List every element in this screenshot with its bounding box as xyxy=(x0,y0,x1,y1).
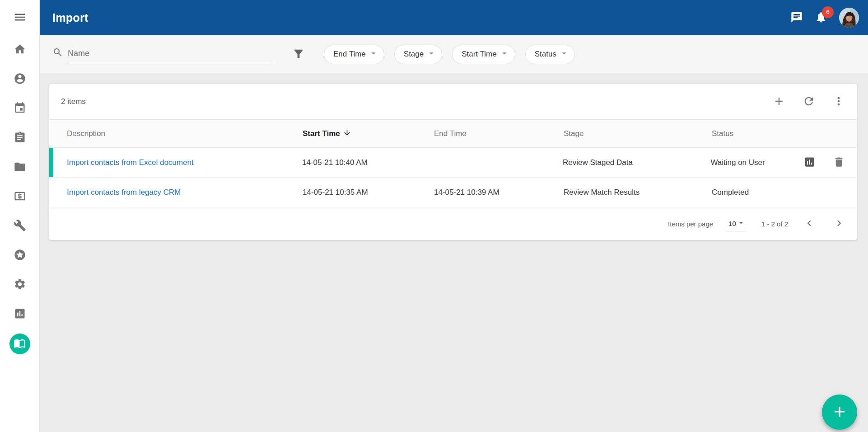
column-header-status[interactable]: Status xyxy=(712,129,805,138)
filter-chip-end-time[interactable]: End Time xyxy=(324,45,384,64)
top-app-bar: Import 6 xyxy=(40,0,868,35)
add-item-button[interactable] xyxy=(773,95,785,109)
chip-label: Stage xyxy=(404,50,424,59)
page-size-select[interactable]: 10 xyxy=(726,216,746,231)
chevron-down-icon xyxy=(736,218,746,229)
sidebar-item-favorites[interactable] xyxy=(0,241,40,270)
cell-stage: Review Match Results xyxy=(564,188,712,197)
calendar-icon xyxy=(14,102,26,116)
notifications-button[interactable]: 6 xyxy=(815,11,827,25)
sidebar-item-import-active[interactable] xyxy=(0,329,40,358)
column-header-end-time[interactable]: End Time xyxy=(434,129,564,138)
cell-status: Waiting on User xyxy=(710,158,803,167)
filter-chips: End Time Stage Start Time Status xyxy=(324,45,575,64)
table-row[interactable]: Import contacts from Excel document 14-0… xyxy=(49,148,857,178)
trash-icon xyxy=(833,156,845,169)
search-field xyxy=(52,45,273,63)
chevron-down-icon xyxy=(369,48,378,61)
menu-icon xyxy=(13,10,27,25)
paginator: Items per page 10 1 - 2 of 2 xyxy=(49,207,857,240)
filter-bar: End Time Stage Start Time Status xyxy=(40,35,868,73)
items-count: 2 items xyxy=(61,97,86,106)
import-contacts-icon xyxy=(14,337,26,351)
cell-actions xyxy=(803,156,857,169)
sidebar-item-calendar[interactable] xyxy=(0,94,40,123)
column-header-start-time[interactable]: Start Time xyxy=(303,128,434,139)
cell-description: Import contacts from Excel document xyxy=(49,158,302,167)
chevron-right-icon xyxy=(833,217,845,230)
refresh-button[interactable] xyxy=(803,95,815,109)
notification-badge: 6 xyxy=(822,6,834,18)
sidebar-item-billing[interactable] xyxy=(0,182,40,211)
sidebar-item-settings[interactable] xyxy=(0,270,40,300)
add-import-fab[interactable] xyxy=(822,394,857,430)
money-icon xyxy=(14,190,26,204)
table-header-row: Description Start Time End Time Stage St… xyxy=(49,119,857,148)
chart-icon xyxy=(803,156,816,169)
table-row[interactable]: Import contacts from legacy CRM 14-05-21… xyxy=(49,178,857,207)
sidebar xyxy=(0,0,40,432)
column-header-stage[interactable]: Stage xyxy=(564,129,712,138)
cell-start-time: 14-05-21 10:40 AM xyxy=(302,158,433,167)
cell-stage: Review Staged Data xyxy=(563,158,710,167)
sidebar-item-reports[interactable] xyxy=(0,300,40,329)
refresh-icon xyxy=(803,95,815,109)
filter-chip-start-time[interactable]: Start Time xyxy=(452,45,515,64)
star-icon xyxy=(14,249,26,263)
chip-label: Start Time xyxy=(462,50,496,59)
column-label: Description xyxy=(67,129,105,138)
column-label: End Time xyxy=(434,129,467,138)
import-link[interactable]: Import contacts from Excel document xyxy=(67,158,194,167)
row-report-button[interactable] xyxy=(803,156,816,169)
hamburger-menu-button[interactable] xyxy=(0,0,40,35)
column-label: Start Time xyxy=(303,129,340,138)
funnel-icon xyxy=(292,47,305,61)
page-range-label: 1 - 2 of 2 xyxy=(761,220,788,228)
chevron-down-icon xyxy=(559,48,569,61)
sidebar-item-home[interactable] xyxy=(0,35,40,65)
filter-button[interactable] xyxy=(292,47,305,61)
cell-start-time: 14-05-21 10:35 AM xyxy=(303,188,434,197)
plus-icon xyxy=(773,95,785,109)
more-options-button[interactable] xyxy=(832,95,845,109)
bar-chart-icon xyxy=(14,307,26,321)
person-icon xyxy=(14,72,26,86)
folder-icon xyxy=(14,160,26,174)
search-input[interactable] xyxy=(68,45,273,63)
chevron-left-icon xyxy=(803,217,815,230)
previous-page-button[interactable] xyxy=(803,217,815,230)
filter-chip-status[interactable]: Status xyxy=(525,45,575,64)
active-item-circle xyxy=(9,333,30,354)
search-icon xyxy=(52,47,63,63)
card-toolbar: 2 items xyxy=(49,84,857,119)
chat-icon xyxy=(790,11,803,25)
sidebar-item-tasks[interactable] xyxy=(0,123,40,153)
wrench-icon xyxy=(14,219,26,233)
items-per-page-label: Items per page xyxy=(668,220,713,228)
column-header-description[interactable]: Description xyxy=(49,129,303,138)
chip-label: End Time xyxy=(333,50,366,59)
import-link[interactable]: Import contacts from legacy CRM xyxy=(67,188,181,197)
user-avatar[interactable] xyxy=(839,8,859,28)
plus-icon xyxy=(831,403,848,422)
row-delete-button[interactable] xyxy=(833,156,845,169)
column-label: Status xyxy=(712,129,733,138)
sidebar-item-contacts[interactable] xyxy=(0,65,40,94)
active-row-accent xyxy=(49,148,53,177)
import-list-card: 2 items Description Start Time End Time … xyxy=(49,84,857,240)
chevron-down-icon xyxy=(426,48,436,61)
sidebar-item-documents[interactable] xyxy=(0,153,40,182)
messages-button[interactable] xyxy=(790,11,803,25)
cell-description: Import contacts from legacy CRM xyxy=(49,188,303,197)
chip-label: Status xyxy=(535,50,556,59)
settings-icon xyxy=(14,278,26,292)
cell-status: Completed xyxy=(712,188,805,197)
clipboard-icon xyxy=(14,131,26,145)
toolbar-actions xyxy=(773,95,845,109)
filter-chip-stage[interactable]: Stage xyxy=(394,45,442,64)
home-icon xyxy=(14,43,26,57)
page-size-value: 10 xyxy=(728,220,736,227)
next-page-button[interactable] xyxy=(833,217,845,230)
cell-end-time: 14-05-21 10:39 AM xyxy=(434,188,564,197)
sidebar-item-tools[interactable] xyxy=(0,211,40,241)
